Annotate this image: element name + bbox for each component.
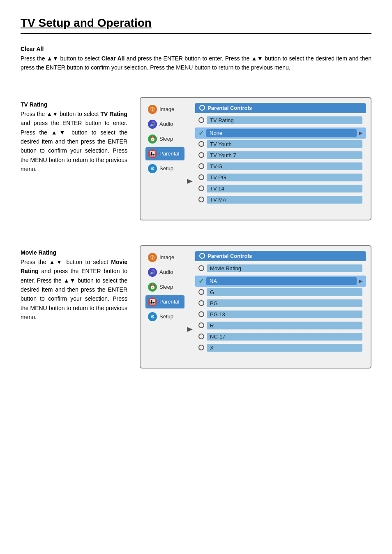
rating-tv-g-label: TV-G xyxy=(207,162,362,170)
image-icon: 🎨 xyxy=(148,105,157,114)
movie-item-arrow-icon: ▶ xyxy=(359,278,362,284)
movie-menu-item-setup[interactable]: ⚙ Setup xyxy=(145,310,184,323)
menu-label-setup: Setup xyxy=(159,165,173,172)
radio-tv-14 xyxy=(198,185,204,191)
tv-rating-mockup: 🎨 Image 🔊 Audio ⏰ Sleep 👨‍👧 Parental ⚙ xyxy=(140,97,371,220)
right-arrow-icon xyxy=(186,178,194,185)
clear-all-text: Press the ▲▼ button to select Clear All … xyxy=(21,54,371,72)
rating-tv-youth[interactable]: TV Youth xyxy=(195,139,366,150)
rating-x[interactable]: X xyxy=(195,342,366,353)
rating-na-label: NA xyxy=(206,277,357,285)
rating-g[interactable]: G xyxy=(195,287,366,298)
radio-tv-pg xyxy=(198,174,204,180)
tv-rating-sub-header: TV Rating xyxy=(195,115,366,126)
movie-menu-label-setup: Setup xyxy=(159,313,173,320)
radio-tv-g xyxy=(198,163,204,169)
movie-menu-arrow xyxy=(184,251,195,363)
movie-rating-menu: 🎨 Image 🔊 Audio ⏰ Sleep 👨‍👧 Parental ⚙ xyxy=(145,251,184,363)
movie-parental-controls-label: Parental Controls xyxy=(208,253,252,259)
menu-item-sleep[interactable]: ⏰ Sleep xyxy=(145,132,184,146)
tv-rating-heading: TV Rating xyxy=(21,101,127,108)
rating-na[interactable]: ✓ NA ▶ xyxy=(195,276,366,287)
movie-sub-header-radio xyxy=(198,265,204,271)
movie-parental-icon: 👨‍👧 xyxy=(148,297,157,306)
rating-g-label: G xyxy=(207,288,362,296)
movie-menu-item-parental[interactable]: 👨‍👧 Parental xyxy=(145,295,184,308)
movie-menu-item-audio[interactable]: 🔊 Audio xyxy=(145,266,184,279)
tv-rating-menu: 🎨 Image 🔊 Audio ⏰ Sleep 👨‍👧 Parental ⚙ xyxy=(145,103,184,215)
rating-pg-label: PG xyxy=(207,299,362,307)
tv-rating-ui: 🎨 Image 🔊 Audio ⏰ Sleep 👨‍👧 Parental ⚙ xyxy=(140,97,371,220)
page-title: TV Setup and Operation xyxy=(21,16,371,34)
rating-none[interactable]: ✓ None ▶ xyxy=(195,127,366,139)
sub-header-radio xyxy=(198,117,204,123)
rating-tv-14-label: TV-14 xyxy=(207,185,362,192)
movie-rating-mockup: 🎨 Image 🔊 Audio ⏰ Sleep 👨‍👧 Parental ⚙ xyxy=(140,245,371,369)
rating-tv-pg[interactable]: TV-PG xyxy=(195,172,366,183)
movie-rating-section: Movie Rating Press the ▲▼ button to sele… xyxy=(21,245,371,369)
rating-tv-14[interactable]: TV-14 xyxy=(195,183,366,194)
radio-pg xyxy=(198,300,204,306)
menu-item-parental[interactable]: 👨‍👧 Parental xyxy=(145,147,184,160)
rating-tv-ma[interactable]: TV-MA xyxy=(195,194,366,205)
movie-header-radio xyxy=(199,253,205,259)
svg-marker-1 xyxy=(187,327,193,332)
tv-rating-text-col: TV Rating Press the ▲▼ button to select … xyxy=(21,97,127,174)
menu-label-parental: Parental xyxy=(159,151,179,157)
movie-check-icon: ✓ xyxy=(198,277,204,285)
rating-nc17-label: NC-17 xyxy=(207,333,362,341)
menu-label-audio: Audio xyxy=(159,121,173,127)
header-radio xyxy=(199,105,205,111)
movie-menu-label-image: Image xyxy=(159,254,174,260)
rating-r[interactable]: R xyxy=(195,320,366,331)
movie-setup-icon: ⚙ xyxy=(148,312,157,321)
movie-menu-item-image[interactable]: 🎨 Image xyxy=(145,251,184,264)
rating-pg13-label: PG 13 xyxy=(207,311,362,318)
movie-rating-text-col: Movie Rating Press the ▲▼ button to sele… xyxy=(21,245,127,322)
rating-tv-youth-label: TV Youth xyxy=(207,140,362,148)
rating-pg13[interactable]: PG 13 xyxy=(195,309,366,320)
clear-all-heading: Clear All xyxy=(21,46,371,52)
parental-controls-label: Parental Controls xyxy=(208,105,252,111)
rating-r-label: R xyxy=(207,322,362,329)
radio-r xyxy=(198,322,204,328)
radio-x xyxy=(198,345,204,350)
rating-pg[interactable]: PG xyxy=(195,298,366,309)
menu-label-image: Image xyxy=(159,106,174,112)
check-icon: ✓ xyxy=(198,129,204,137)
menu-item-audio[interactable]: 🔊 Audio xyxy=(145,118,184,131)
radio-pg13 xyxy=(198,311,204,317)
sleep-icon: ⏰ xyxy=(148,134,157,144)
rating-tv-youth7-label: TV Youth 7 xyxy=(207,151,362,159)
setup-icon: ⚙ xyxy=(148,164,157,173)
menu-item-image[interactable]: 🎨 Image xyxy=(145,103,184,116)
radio-tv-youth7 xyxy=(198,152,204,158)
movie-image-icon: 🎨 xyxy=(148,253,157,262)
movie-rating-label: Movie Rating xyxy=(207,264,362,272)
radio-nc17 xyxy=(198,334,204,339)
radio-tv-ma xyxy=(198,197,204,202)
parental-icon: 👨‍👧 xyxy=(148,149,157,158)
movie-menu-label-sleep: Sleep xyxy=(159,284,173,290)
svg-marker-0 xyxy=(187,179,193,184)
menu-label-sleep: Sleep xyxy=(159,136,173,142)
rating-tv-youth7[interactable]: TV Youth 7 xyxy=(195,150,366,161)
movie-parental-controls-header: Parental Controls xyxy=(195,251,366,261)
clear-all-section: Clear All Press the ▲▼ button to select … xyxy=(21,46,371,72)
movie-sleep-icon: ⏰ xyxy=(148,283,157,292)
movie-menu-item-sleep[interactable]: ⏰ Sleep xyxy=(145,280,184,294)
movie-menu-label-audio: Audio xyxy=(159,269,173,275)
movie-menu-label-parental: Parental xyxy=(159,299,179,305)
tv-rating-submenu: Parental Controls TV Rating ✓ None ▶ TV … xyxy=(195,103,366,215)
rating-tv-pg-label: TV-PG xyxy=(207,174,362,181)
movie-audio-icon: 🔊 xyxy=(148,268,157,277)
movie-rating-heading: Movie Rating xyxy=(21,249,127,256)
parental-controls-header: Parental Controls xyxy=(195,103,366,113)
movie-rating-sub-header: Movie Rating xyxy=(195,263,366,274)
rating-nc17[interactable]: NC-17 xyxy=(195,331,366,342)
movie-rating-text: Press the ▲▼ button to select Movie Rati… xyxy=(21,257,127,322)
menu-item-setup[interactable]: ⚙ Setup xyxy=(145,162,184,175)
item-arrow-icon: ▶ xyxy=(359,130,362,136)
rating-tv-g[interactable]: TV-G xyxy=(195,161,366,172)
audio-icon: 🔊 xyxy=(148,120,157,129)
